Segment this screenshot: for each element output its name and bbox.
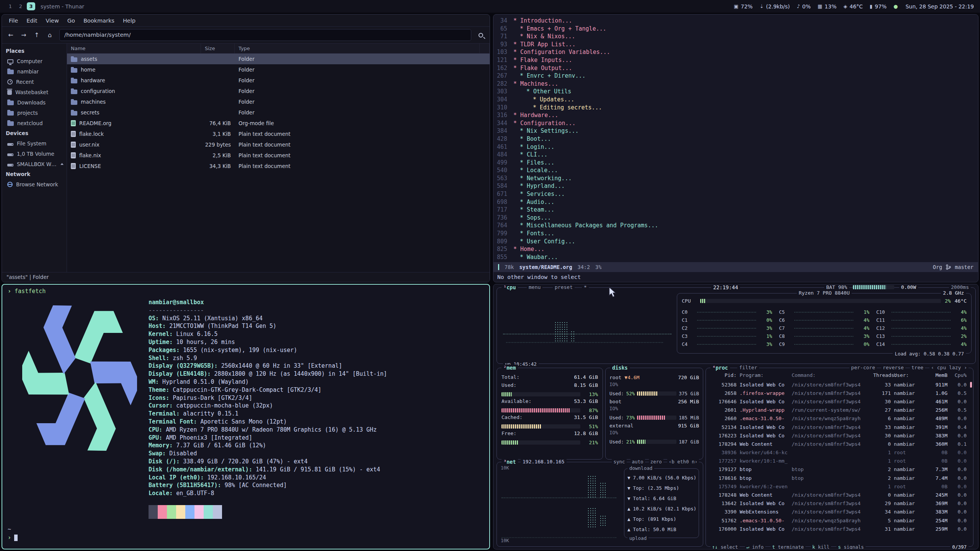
file-row-flake-nix[interactable]: flake.nix2,5 KiBPlain text document xyxy=(67,150,490,161)
file-row-readme-org[interactable]: README.org76,4 KiBOrg-mode file xyxy=(67,118,490,129)
sidebar-item-nambiar[interactable]: nambiar xyxy=(2,66,67,77)
status-module[interactable]: ⇣(2.9kb/s) xyxy=(760,3,790,10)
workspace-button-3[interactable]: 3 xyxy=(27,2,35,10)
clock[interactable]: Sun, 28 Sep 2025 - 22:19 xyxy=(905,3,974,10)
proc-column-user[interactable]: User: xyxy=(894,372,923,378)
org-heading-line[interactable]: 809* User Config... xyxy=(493,238,978,246)
column-header-size[interactable]: Size xyxy=(201,44,235,53)
process-row[interactable]: 3390WebExtensions/nix/store/sm8fnrf3wps4… xyxy=(706,508,973,516)
process-row[interactable]: 13642Isolated Web Co/nix/store/sm8fnrf3w… xyxy=(706,499,973,508)
org-heading-line[interactable]: 764* Miscellaneous Packages and Programs… xyxy=(493,222,978,230)
column-header-name[interactable]: Name xyxy=(67,44,201,53)
org-heading-line[interactable]: 563* Networking... xyxy=(493,174,978,183)
proc-column-pid[interactable]: Pid: xyxy=(709,372,737,378)
cpu-box-title[interactable]: ¹cpu xyxy=(501,284,518,290)
menu-button[interactable]: menu xyxy=(527,284,542,290)
org-heading-line[interactable]: 267* Envrc + Direnv... xyxy=(493,72,978,80)
org-heading-line[interactable]: 461* Login... xyxy=(493,143,978,151)
proc-column-threads[interactable]: Threads: xyxy=(873,372,891,378)
status-module[interactable]: ▦13% xyxy=(818,3,836,10)
proc-box-title[interactable]: ⁴proc xyxy=(710,365,730,371)
status-module[interactable]: ◈46°C xyxy=(843,3,863,10)
org-heading-line[interactable]: 825* Home... xyxy=(493,245,978,253)
org-heading-line[interactable]: 344* Configuration... xyxy=(493,119,978,127)
process-table-header[interactable]: Pid:Program:Command:Threads:User:MemBCpu… xyxy=(706,371,973,379)
per-core-button[interactable]: per-core xyxy=(849,365,877,370)
org-heading-line[interactable]: 93* TLDR App List... xyxy=(493,41,978,49)
column-header-type[interactable]: Type xyxy=(235,44,480,53)
disks-box-title[interactable]: disks xyxy=(610,365,630,371)
process-row[interactable]: 2601.Hyprland-wrapp/run/current-system/s… xyxy=(706,406,973,414)
file-row-secrets[interactable]: secretsFolder xyxy=(67,107,490,118)
update-interval[interactable]: 2000ms xyxy=(949,284,971,290)
process-row[interactable]: 38936kworker/u64:6-kc1root0B0.0 xyxy=(706,448,973,457)
process-row[interactable]: 2660.emacs-31.0.50-/nix/store/wnqz5pa8ra… xyxy=(706,414,973,423)
sidebar-item-nextcloud[interactable]: nextcloud xyxy=(2,118,67,128)
org-heading-line[interactable]: 34* Introduction... xyxy=(493,17,978,25)
org-heading-line[interactable]: 303* Other Utils xyxy=(493,88,978,96)
org-heading-line[interactable]: 698* Audio... xyxy=(493,198,978,206)
sort-selector[interactable]: ‹ cpu lazy › xyxy=(929,365,969,370)
org-heading-line[interactable]: 736* Sops... xyxy=(493,214,978,222)
org-heading-line[interactable]: 499* Files... xyxy=(493,159,978,167)
process-row[interactable]: 52134Isolated Web Co/nix/store/sm8fnrf3w… xyxy=(706,423,973,431)
path-bar[interactable]: /home/nambiar/system/ xyxy=(59,29,471,41)
sidebar-item-file-system[interactable]: File System xyxy=(2,138,67,148)
process-row[interactable]: 176000Isolated Web Co/nix/store/sm8fnrf3… xyxy=(706,525,973,533)
org-heading-line[interactable]: 65* Emacs + Org + Tangle... xyxy=(493,25,978,33)
process-row[interactable]: 2658.firefox-wrappe/nix/store/sm8fnrf3wp… xyxy=(706,389,973,397)
org-heading-line[interactable]: 316* Hardware... xyxy=(493,111,978,119)
file-row-home[interactable]: homeFolder xyxy=(67,64,490,75)
file-row-hardware[interactable]: hardwareFolder xyxy=(67,75,490,86)
process-row[interactable]: 51762.emacs-31.0.50-/nix/store/wnqz5pa8r… xyxy=(706,516,973,525)
sync-button[interactable]: sync xyxy=(612,459,626,465)
org-heading-line[interactable]: 671* Services... xyxy=(493,190,978,198)
org-heading-line[interactable]: 540* Locale... xyxy=(493,166,978,174)
process-row[interactable]: 177257kworker/10:1-mm_1root0B0.0 xyxy=(706,457,973,465)
status-module[interactable]: ▮97% xyxy=(870,3,887,10)
tree-button[interactable]: tree xyxy=(910,365,925,370)
menu-edit[interactable]: Edit xyxy=(23,16,41,25)
status-module[interactable]: ♪0% xyxy=(797,3,811,10)
org-heading-line[interactable]: 121* Flake Inputs... xyxy=(493,56,978,64)
process-row[interactable]: 52368Isolated Web Co/nix/store/sm8fnrf3w… xyxy=(706,380,973,389)
reverse-button[interactable]: reverse xyxy=(881,365,905,370)
menu-help[interactable]: Help xyxy=(119,16,139,25)
sidebar-item-projects[interactable]: projects xyxy=(2,108,67,118)
menu-view[interactable]: View xyxy=(42,16,62,25)
file-row-flake-lock[interactable]: flake.lock3,1 KiBPlain text document xyxy=(67,129,490,139)
emacs-modeline[interactable]: 78k system/README.org 34:2 3% Org master xyxy=(493,262,978,272)
status-module[interactable]: ▣72% xyxy=(734,3,753,10)
org-heading-line[interactable]: 717* Steam... xyxy=(493,206,978,214)
file-row-license[interactable]: LICENSE34,3 KiBPlain text document xyxy=(67,161,490,171)
menu-file[interactable]: File xyxy=(5,16,22,25)
zero-button[interactable]: zero xyxy=(649,459,663,465)
sidebar-item-browse-network[interactable]: Browse Network xyxy=(2,179,67,189)
auto-button[interactable]: auto xyxy=(630,459,645,465)
sidebar-item-computer[interactable]: Computer xyxy=(2,56,67,66)
process-row[interactable]: 178248Web Content/nix/store/sm8fnrf3wps4… xyxy=(706,491,973,499)
org-heading-line[interactable]: 799* Fonts... xyxy=(493,230,978,238)
process-row[interactable]: 175749kworker/6:2-even1root0B0.0 xyxy=(706,482,973,491)
menu-go[interactable]: Go xyxy=(64,16,79,25)
mem-box-title[interactable]: ²mem xyxy=(501,365,518,371)
org-heading-line[interactable]: 584* Hyprland... xyxy=(493,182,978,190)
proc-key-select[interactable]: ↑↓ select xyxy=(710,544,740,549)
sidebar-item-smallbox-wi[interactable]: SMALLBOX Wi… xyxy=(2,159,67,169)
org-heading-line[interactable]: 428* Boot... xyxy=(493,135,978,143)
file-row-machines[interactable]: machinesFolder xyxy=(67,96,490,107)
workspace-button-2[interactable]: 2 xyxy=(16,2,25,10)
file-row-assets[interactable]: assetsFolder xyxy=(67,54,490,64)
org-heading-line[interactable]: 71* Nix & Nixos... xyxy=(493,33,978,41)
up-button[interactable]: ↑ xyxy=(31,29,42,41)
process-row[interactable]: 179127btopbtop2nambiar7.3M0.0 xyxy=(706,465,973,474)
org-heading-line[interactable]: 282* Machines... xyxy=(493,80,978,88)
proc-key-terminate[interactable]: t terminate xyxy=(771,544,805,549)
home-button[interactable]: ⌂ xyxy=(44,29,56,41)
process-row[interactable]: 176646Isolated Web Co/nix/store/sm8fnrf3… xyxy=(706,397,973,406)
sidebar-item-recent[interactable]: Recent xyxy=(2,77,67,87)
file-row-user-nix[interactable]: user.nix229 bytesPlain text document xyxy=(67,139,490,150)
org-heading-line[interactable]: 162* Flake Output... xyxy=(493,64,978,72)
org-heading-line[interactable]: 855* Waubar... xyxy=(493,253,978,261)
org-heading-line[interactable]: 304* Updates... xyxy=(493,96,978,104)
